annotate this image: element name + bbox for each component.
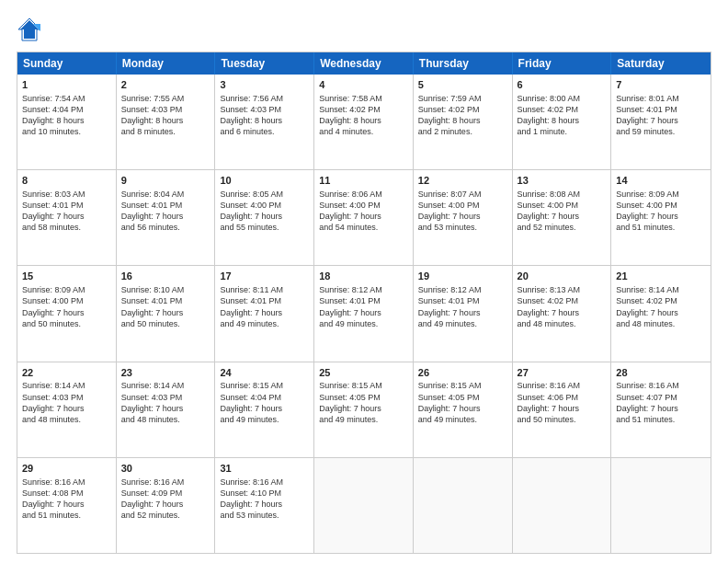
cell-line: Sunset: 4:07 PM <box>616 392 706 403</box>
day-cell-19: 19Sunrise: 8:12 AMSunset: 4:01 PMDayligh… <box>414 266 513 361</box>
day-number: 16 <box>121 270 210 283</box>
day-number: 15 <box>22 270 111 283</box>
cell-line: Daylight: 7 hours <box>220 307 309 318</box>
calendar: SundayMondayTuesdayWednesdayThursdayFrid… <box>17 52 711 554</box>
cell-line: Sunrise: 8:15 AM <box>319 380 408 391</box>
cell-line: Daylight: 7 hours <box>616 115 706 126</box>
day-cell-29: 29Sunrise: 8:16 AMSunset: 4:08 PMDayligh… <box>17 458 117 553</box>
logo <box>17 17 46 42</box>
day-number: 4 <box>319 78 408 92</box>
day-cell-20: 20Sunrise: 8:13 AMSunset: 4:02 PMDayligh… <box>513 266 612 361</box>
logo-icon <box>17 17 42 42</box>
cell-line: Sunset: 4:00 PM <box>220 200 309 211</box>
cell-line: Daylight: 7 hours <box>418 211 507 222</box>
cell-line: Sunset: 4:02 PM <box>319 104 408 115</box>
cell-line: Daylight: 8 hours <box>22 115 111 126</box>
cell-line: Daylight: 7 hours <box>418 307 507 318</box>
day-number: 25 <box>319 366 408 380</box>
day-cell-31: 31Sunrise: 8:16 AMSunset: 4:10 PMDayligh… <box>215 458 314 553</box>
empty-cell <box>513 458 612 553</box>
cell-line: Daylight: 7 hours <box>220 499 309 510</box>
cell-line: Sunrise: 8:16 AM <box>518 380 607 391</box>
cell-line: Daylight: 7 hours <box>121 211 210 222</box>
cell-line: Daylight: 8 hours <box>121 115 210 126</box>
day-cell-7: 7Sunrise: 8:01 AMSunset: 4:01 PMDaylight… <box>611 75 711 169</box>
header <box>17 17 711 42</box>
cell-line: Sunset: 4:03 PM <box>220 104 309 115</box>
day-number: 2 <box>121 78 210 92</box>
day-number: 19 <box>418 270 507 283</box>
cell-line: and 48 minutes. <box>22 414 111 425</box>
day-number: 1 <box>22 78 111 92</box>
day-cell-15: 15Sunrise: 8:09 AMSunset: 4:00 PMDayligh… <box>17 266 117 361</box>
day-cell-21: 21Sunrise: 8:14 AMSunset: 4:02 PMDayligh… <box>611 266 711 361</box>
day-cell-4: 4Sunrise: 7:58 AMSunset: 4:02 PMDaylight… <box>314 75 414 169</box>
cell-line: Sunrise: 8:01 AM <box>616 93 706 104</box>
cell-line: Sunrise: 7:56 AM <box>220 93 309 104</box>
cell-line: Daylight: 7 hours <box>518 403 607 414</box>
day-cell-14: 14Sunrise: 8:09 AMSunset: 4:00 PMDayligh… <box>611 170 711 265</box>
empty-cell <box>314 458 414 553</box>
calendar-header: SundayMondayTuesdayWednesdayThursdayFrid… <box>17 52 711 75</box>
cell-line: Daylight: 7 hours <box>121 307 210 318</box>
cell-line: and 4 minutes. <box>319 126 408 137</box>
calendar-row-1: 1Sunrise: 7:54 AMSunset: 4:04 PMDaylight… <box>17 75 711 169</box>
day-number: 11 <box>319 174 408 188</box>
cell-line: Sunrise: 8:16 AM <box>121 477 210 488</box>
day-cell-30: 30Sunrise: 8:16 AMSunset: 4:09 PMDayligh… <box>117 458 216 553</box>
cell-line: Sunrise: 8:04 AM <box>121 189 210 200</box>
header-day-friday: Friday <box>513 52 612 75</box>
cell-line: Daylight: 7 hours <box>22 499 111 510</box>
cell-line: Sunrise: 8:10 AM <box>121 284 210 295</box>
cell-line: Sunset: 4:01 PM <box>616 104 706 115</box>
cell-line: Sunrise: 8:12 AM <box>418 284 507 295</box>
cell-line: Daylight: 7 hours <box>22 403 111 414</box>
day-cell-3: 3Sunrise: 7:56 AMSunset: 4:03 PMDaylight… <box>215 75 314 169</box>
cell-line: Daylight: 7 hours <box>518 211 607 222</box>
cell-line: Sunrise: 8:05 AM <box>220 189 309 200</box>
day-cell-25: 25Sunrise: 8:15 AMSunset: 4:05 PMDayligh… <box>314 362 414 457</box>
day-number: 31 <box>220 462 309 476</box>
day-number: 22 <box>22 366 111 380</box>
day-cell-6: 6Sunrise: 8:00 AMSunset: 4:02 PMDaylight… <box>513 75 612 169</box>
cell-line: and 49 minutes. <box>418 318 507 329</box>
cell-line: Sunrise: 7:55 AM <box>121 93 210 104</box>
page: SundayMondayTuesdayWednesdayThursdayFrid… <box>0 0 728 563</box>
cell-line: and 48 minutes. <box>518 318 607 329</box>
cell-line: and 51 minutes. <box>616 414 706 425</box>
cell-line: and 50 minutes. <box>121 318 210 329</box>
day-number: 14 <box>616 174 706 188</box>
day-cell-5: 5Sunrise: 7:59 AMSunset: 4:02 PMDaylight… <box>414 75 513 169</box>
cell-line: Daylight: 7 hours <box>22 211 111 222</box>
cell-line: Sunset: 4:03 PM <box>121 104 210 115</box>
day-cell-2: 2Sunrise: 7:55 AMSunset: 4:03 PMDaylight… <box>117 75 216 169</box>
cell-line: and 54 minutes. <box>319 222 408 233</box>
day-number: 7 <box>616 78 706 92</box>
header-day-tuesday: Tuesday <box>215 52 314 75</box>
cell-line: Sunrise: 8:14 AM <box>616 284 706 295</box>
cell-line: Sunrise: 7:54 AM <box>22 93 111 104</box>
cell-line: and 55 minutes. <box>220 222 309 233</box>
header-day-sunday: Sunday <box>17 52 117 75</box>
cell-line: and 50 minutes. <box>22 318 111 329</box>
cell-line: Sunrise: 8:16 AM <box>616 380 706 391</box>
cell-line: Sunrise: 8:14 AM <box>22 380 111 391</box>
day-cell-10: 10Sunrise: 8:05 AMSunset: 4:00 PMDayligh… <box>215 170 314 265</box>
cell-line: and 10 minutes. <box>22 126 111 137</box>
day-cell-8: 8Sunrise: 8:03 AMSunset: 4:01 PMDaylight… <box>17 170 117 265</box>
calendar-row-5: 29Sunrise: 8:16 AMSunset: 4:08 PMDayligh… <box>17 457 711 553</box>
cell-line: Sunrise: 7:58 AM <box>319 93 408 104</box>
day-cell-23: 23Sunrise: 8:14 AMSunset: 4:03 PMDayligh… <box>117 362 216 457</box>
day-cell-12: 12Sunrise: 8:07 AMSunset: 4:00 PMDayligh… <box>414 170 513 265</box>
calendar-body: 1Sunrise: 7:54 AMSunset: 4:04 PMDaylight… <box>17 75 711 553</box>
cell-line: and 49 minutes. <box>220 414 309 425</box>
day-number: 10 <box>220 174 309 188</box>
cell-line: Sunrise: 8:15 AM <box>418 380 507 391</box>
empty-cell <box>414 458 513 553</box>
day-cell-1: 1Sunrise: 7:54 AMSunset: 4:04 PMDaylight… <box>17 75 117 169</box>
cell-line: Daylight: 7 hours <box>418 403 507 414</box>
header-day-saturday: Saturday <box>611 52 711 75</box>
day-number: 29 <box>22 462 111 476</box>
day-number: 26 <box>418 366 507 380</box>
day-number: 23 <box>121 366 210 380</box>
